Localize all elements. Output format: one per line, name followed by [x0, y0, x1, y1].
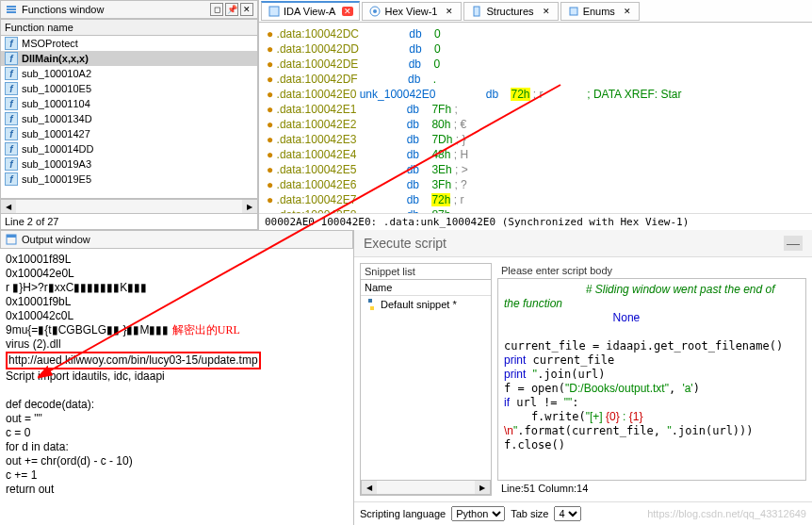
- asm-line[interactable]: ● .data:100042DC db 0: [267, 26, 804, 41]
- scroll-right-button[interactable]: ▶: [475, 481, 490, 494]
- functions-column-header[interactable]: Function name: [0, 19, 258, 36]
- output-line: virus (2).dll: [6, 337, 348, 352]
- tab-ida-view-a[interactable]: IDA View-A✕: [261, 1, 360, 21]
- asm-line[interactable]: ● .data:100042E4 db 48h ; H: [267, 147, 804, 162]
- function-icon: f: [5, 67, 18, 80]
- output-line: 0x10001f9bL: [6, 295, 348, 309]
- tab-icon: [567, 5, 580, 18]
- svg-rect-4: [269, 7, 279, 16]
- tab-size-label: Tab size: [511, 508, 548, 519]
- asm-line[interactable]: ● .data:100042E2 db 80h ; €: [267, 117, 804, 132]
- output-line: Script import idautils, idc, idaapi: [6, 369, 348, 384]
- tab-hex-view-1[interactable]: Hex View-1✕: [362, 2, 462, 21]
- snippet-list[interactable]: Name Default snippet *: [361, 279, 491, 480]
- close-icon[interactable]: ✕: [342, 7, 353, 16]
- function-icon: f: [5, 157, 18, 171]
- function-label: sub_100010A2: [22, 68, 91, 79]
- script-editor[interactable]: # Sliding window went past the end of th…: [497, 278, 806, 481]
- asm-line[interactable]: ● .data:100042E5 db 3Eh ; >: [267, 162, 804, 177]
- minimize-button[interactable]: —: [784, 236, 803, 251]
- ida-view-status: 00002AE0 100042E0: .data:unk_100042E0 (S…: [259, 213, 812, 230]
- output-body[interactable]: 0x10001f89L0x100042e0Lr ▮}H>?r▮xxC▮▮▮▮▮▮…: [0, 249, 353, 525]
- close-button[interactable]: ✕: [240, 3, 253, 16]
- svg-rect-8: [570, 8, 577, 15]
- editor-status: Line:51 Column:14: [497, 481, 806, 496]
- scroll-track[interactable]: [377, 481, 475, 494]
- output-line: 9mu{=▮{t▮CGBGLG▮▮ }▮▮M▮▮▮ 解密出的URL: [6, 323, 348, 337]
- output-line: r ▮}H>?r▮xxC▮▮▮▮▮▮▮K▮▮▮: [6, 281, 348, 295]
- scroll-left-button[interactable]: ◀: [1, 200, 16, 213]
- function-icon: f: [5, 37, 18, 50]
- function-label: sub_1000134D: [22, 113, 92, 124]
- scripting-language-select[interactable]: Python: [451, 506, 505, 521]
- function-label: MSOProtect: [22, 38, 78, 49]
- function-icon: f: [5, 52, 18, 65]
- functions-status: Line 2 of 27: [0, 214, 258, 230]
- output-line: def decode(data):: [6, 398, 348, 412]
- functions-window: Functions window ◻ 📌 ✕ Function name fMS…: [0, 0, 258, 230]
- svg-rect-3: [7, 11, 16, 13]
- asm-line[interactable]: ● .data:100042E8 db 87h: [267, 207, 804, 213]
- functions-title: Functions window: [22, 4, 104, 15]
- function-label: sub_100019A3: [22, 158, 91, 170]
- asm-line[interactable]: ● .data:100042DD db 0: [267, 41, 804, 57]
- pin-button[interactable]: 📌: [225, 3, 238, 16]
- snippet-list-panel: Snippet list Name Default snippet * ◀ ▶: [360, 263, 492, 496]
- asm-line[interactable]: ● .data:100042E7 db 72h ; r: [267, 192, 804, 207]
- snippet-hscroll[interactable]: ◀ ▶: [361, 480, 491, 495]
- function-label: sub_100014DD: [22, 143, 93, 155]
- output-line: 0x100042c0L: [6, 309, 348, 323]
- scroll-right-button[interactable]: ▶: [242, 200, 257, 213]
- function-row[interactable]: fsub_10001427: [1, 126, 257, 141]
- function-icon: f: [5, 172, 18, 186]
- output-icon: [5, 233, 18, 246]
- scroll-track[interactable]: [16, 200, 242, 213]
- function-row[interactable]: fsub_100019E5: [1, 172, 257, 187]
- function-row[interactable]: fsub_100019A3: [1, 156, 257, 172]
- svg-rect-7: [474, 7, 479, 16]
- function-label: sub_100010E5: [22, 83, 91, 94]
- url-annotation: 解密出的URL: [172, 323, 240, 336]
- view-tabs: IDA View-A✕Hex View-1✕Structures✕Enums✕: [259, 0, 812, 23]
- close-icon[interactable]: ✕: [541, 7, 552, 16]
- function-label: sub_100019E5: [22, 173, 91, 185]
- function-icon: f: [5, 142, 18, 156]
- scroll-left-button[interactable]: ◀: [362, 481, 377, 494]
- tab-size-select[interactable]: 4: [554, 506, 581, 521]
- asm-line[interactable]: ● .data:100042DE db 0: [267, 57, 804, 72]
- asm-line[interactable]: ● .data:100042E6 db 3Fh ; ?: [267, 177, 804, 192]
- functions-hscroll[interactable]: ◀ ▶: [0, 199, 258, 214]
- snippet-list-label: Snippet list: [361, 264, 491, 279]
- asm-line[interactable]: ● .data:100042DF db .: [267, 72, 804, 87]
- tab-structures[interactable]: Structures✕: [463, 2, 558, 21]
- function-row[interactable]: fMSOProtect: [1, 36, 257, 51]
- output-line: http://aued.kilwwoy.com/bin/lucy03-15/up…: [6, 352, 348, 369]
- snippet-item-label: Default snippet *: [381, 299, 457, 310]
- ida-view-panel[interactable]: ● .data:100042DC db 0● .data:100042DD db…: [259, 23, 812, 213]
- snippet-item[interactable]: Default snippet *: [361, 296, 491, 313]
- asm-line[interactable]: ● .data:100042E1 db 7Fh ;: [267, 102, 804, 117]
- tab-label: Enums: [583, 6, 615, 17]
- function-icon: f: [5, 127, 18, 140]
- function-row[interactable]: fsub_100014DD: [1, 141, 257, 156]
- decrypted-url: http://aued.kilwwoy.com/bin/lucy03-15/up…: [6, 352, 261, 369]
- output-line: 0x10001f89L: [6, 253, 348, 267]
- dock-button[interactable]: ◻: [210, 3, 223, 16]
- scripting-language-label: Scripting language: [360, 508, 446, 519]
- close-icon[interactable]: ✕: [444, 7, 455, 16]
- tab-icon: [470, 5, 483, 18]
- function-row[interactable]: fsub_100010A2: [1, 66, 257, 81]
- functions-list[interactable]: fMSOProtectfDllMain(x,x,x)fsub_100010A2f…: [0, 36, 258, 199]
- function-row[interactable]: fsub_10001104: [1, 96, 257, 111]
- asm-line[interactable]: ● .data:100042E0 unk_100042E0 db 72h ; r…: [267, 87, 804, 102]
- output-line: for d in data:: [6, 440, 348, 454]
- output-line: c = 0: [6, 426, 348, 440]
- function-row[interactable]: fsub_100010E5: [1, 81, 257, 96]
- function-row[interactable]: fsub_1000134D: [1, 111, 257, 126]
- function-row[interactable]: fDllMain(x,x,x): [1, 51, 257, 66]
- close-icon[interactable]: ✕: [622, 7, 633, 16]
- tab-enums[interactable]: Enums✕: [560, 2, 640, 21]
- function-label: DllMain(x,x,x): [22, 53, 89, 64]
- svg-rect-10: [7, 235, 16, 238]
- asm-line[interactable]: ● .data:100042E3 db 7Dh ; }: [267, 132, 804, 147]
